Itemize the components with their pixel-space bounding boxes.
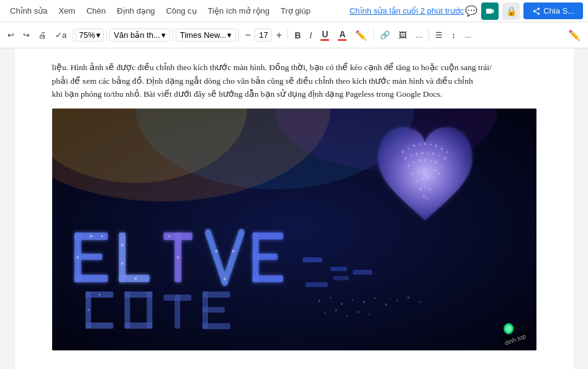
image-icon: 🖼	[399, 30, 407, 40]
text-color-button[interactable]: A	[334, 27, 350, 43]
svg-point-17	[421, 152, 423, 154]
svg-point-33	[434, 169, 436, 172]
align-button[interactable]: ☰	[432, 28, 446, 42]
pencil-icon: ✏️	[568, 29, 581, 41]
spellcheck-button[interactable]: ✓a	[52, 28, 70, 42]
text-style-dropdown-icon: ▾	[161, 30, 166, 40]
divider-7	[428, 29, 429, 42]
divider-3	[173, 29, 173, 42]
svg-point-7	[412, 144, 415, 147]
svg-point-12	[440, 148, 443, 150]
link-icon: 🔗	[380, 30, 390, 40]
svg-point-48	[89, 235, 92, 238]
svg-rect-72	[305, 282, 327, 287]
svg-point-6	[407, 148, 409, 149]
underline-icon: U	[320, 29, 329, 41]
zoom-value: 75%	[79, 30, 95, 40]
svg-point-10	[430, 143, 432, 145]
share-button[interactable]: Chia S...	[523, 2, 583, 19]
svg-point-22	[407, 164, 410, 167]
edit-mode-button[interactable]: ✏️	[564, 27, 584, 43]
svg-point-21	[443, 157, 446, 159]
svg-point-100	[335, 309, 337, 311]
line-spacing-icon: ↕	[451, 30, 456, 40]
font-size-value[interactable]: 17	[255, 29, 272, 42]
svg-rect-57	[163, 233, 192, 240]
svg-point-37	[427, 177, 429, 179]
svg-point-15	[410, 154, 412, 156]
divider-6	[373, 29, 374, 42]
svg-point-41	[428, 188, 431, 190]
svg-point-101	[346, 315, 348, 317]
svg-point-98	[418, 301, 420, 303]
font-size-decrease-button[interactable]: −	[242, 29, 254, 42]
svg-point-30	[417, 169, 419, 171]
zoom-dropdown-icon: ▾	[96, 30, 101, 40]
svg-rect-76	[85, 322, 113, 329]
menu-edit[interactable]: Chỉnh sửa	[5, 4, 52, 18]
menu-help[interactable]: Trợ giúp	[276, 4, 315, 18]
svg-rect-52	[119, 275, 149, 282]
zoom-selector[interactable]: 75% ▾	[76, 29, 104, 42]
svg-point-25	[423, 159, 426, 161]
highlight-button[interactable]: ✏️	[351, 27, 371, 43]
svg-rect-88	[202, 323, 230, 329]
lock-button[interactable]: 🔒	[502, 2, 520, 20]
svg-point-19	[432, 153, 435, 155]
google-meet-button[interactable]	[481, 2, 499, 20]
svg-point-29	[412, 172, 414, 175]
document-image[interactable]: dinh.top	[52, 109, 536, 350]
insert-image-button[interactable]: 🖼	[395, 28, 410, 42]
menu-tools[interactable]: Công cụ	[161, 4, 201, 18]
chat-icon[interactable]: 💬	[465, 5, 477, 17]
svg-rect-70	[330, 267, 347, 271]
font-value: Times New...	[180, 30, 227, 40]
svg-point-77	[98, 293, 100, 295]
svg-point-42	[423, 195, 425, 198]
svg-rect-73	[333, 276, 348, 280]
svg-rect-69	[302, 257, 322, 262]
menu-bar: Chỉnh sửa Xem Chèn Định dạng Công cụ Tiệ…	[0, 0, 588, 22]
svg-point-94	[374, 297, 376, 299]
italic-button[interactable]: I	[306, 28, 316, 43]
font-size-increase-button[interactable]: +	[273, 29, 285, 42]
menu-format[interactable]: Định dạng	[112, 4, 160, 18]
divider-2	[106, 29, 107, 42]
redo-button[interactable]: ↪	[19, 28, 34, 42]
bold-button[interactable]: B	[291, 28, 304, 43]
svg-point-63	[232, 250, 234, 252]
font-dropdown-icon: ▾	[227, 30, 232, 40]
underline-button[interactable]: U	[317, 27, 333, 43]
divider-4	[238, 29, 239, 42]
more-format-button[interactable]: ...	[461, 28, 475, 42]
document-text-block[interactable]: liệu. Hình ảnh sẽ được điều chỉnh theo k…	[52, 61, 536, 101]
more-options-button[interactable]: ...	[412, 28, 426, 42]
svg-point-20	[438, 154, 440, 156]
svg-rect-68	[252, 275, 283, 282]
svg-point-34	[438, 172, 440, 174]
svg-rect-71	[353, 270, 372, 275]
text-color-icon: A	[338, 29, 346, 41]
svg-point-28	[441, 164, 443, 166]
print-button[interactable]: 🖨	[35, 28, 50, 42]
undo-button[interactable]: ↩	[4, 28, 18, 42]
text-style-selector[interactable]: Văn bản th... ▾	[109, 29, 170, 42]
font-selector[interactable]: Times New... ▾	[176, 29, 237, 42]
divider-5	[287, 29, 288, 42]
highlight-icon: ✏️	[355, 30, 367, 41]
menu-extensions[interactable]: Tiện ích mở rộng	[203, 4, 274, 18]
last-edit-link[interactable]: Chỉnh sửa lần cuối 2 phút trước	[350, 6, 464, 16]
right-icons: 💬 🔒 Chia S...	[465, 2, 583, 20]
svg-point-92	[351, 298, 353, 300]
svg-point-43	[426, 197, 428, 199]
link-button[interactable]: 🔗	[376, 28, 394, 42]
svg-rect-82	[124, 322, 152, 329]
line-spacing-button[interactable]: ↕	[448, 28, 459, 42]
menu-view[interactable]: Xem	[53, 4, 80, 18]
menu-insert[interactable]: Chèn	[81, 4, 111, 18]
svg-point-39	[419, 188, 422, 190]
svg-point-54	[121, 262, 124, 265]
svg-rect-67	[252, 254, 277, 260]
svg-point-78	[87, 309, 89, 311]
svg-point-99	[323, 312, 325, 314]
